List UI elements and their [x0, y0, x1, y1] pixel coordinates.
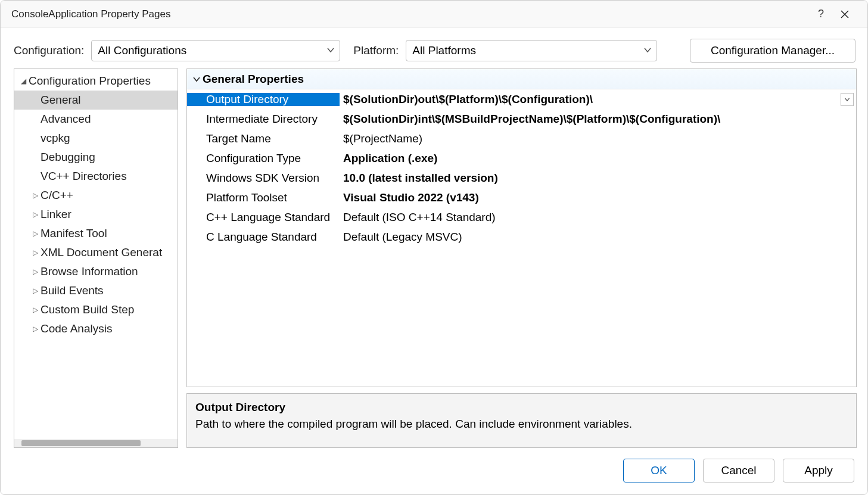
- property-grid: General Properties Output Directory$(Sol…: [186, 69, 857, 387]
- property-row[interactable]: Target Name$(ProjectName): [187, 129, 856, 148]
- chevron-down-icon: [643, 44, 652, 57]
- tree-item[interactable]: ▷C/C++: [14, 186, 178, 205]
- tree-item-label: Build Events: [41, 284, 104, 297]
- main-area: ◢ Configuration Properties GeneralAdvanc…: [1, 69, 867, 448]
- tree-root-configuration-properties[interactable]: ◢ Configuration Properties: [14, 71, 178, 91]
- expand-icon: ▷: [30, 325, 41, 333]
- tree-item[interactable]: ▷Manifest Tool: [14, 224, 178, 243]
- collapse-icon: ◢: [18, 77, 29, 85]
- property-row[interactable]: C++ Language StandardDefault (ISO C++14 …: [187, 207, 856, 227]
- tree-panel: ◢ Configuration Properties GeneralAdvanc…: [14, 69, 178, 448]
- tree-item[interactable]: ▷XML Document Generat: [14, 243, 178, 262]
- platform-label: Platform:: [353, 44, 399, 57]
- property-value[interactable]: Visual Studio 2022 (v143): [340, 191, 856, 204]
- tree-item-label: vcpkg: [41, 132, 70, 145]
- expand-icon: ▷: [30, 306, 41, 314]
- configuration-label: Configuration:: [14, 44, 84, 57]
- platform-combo[interactable]: All Platforms: [406, 40, 657, 61]
- tree-item-label: Linker: [41, 208, 71, 221]
- tree-item[interactable]: Advanced: [14, 110, 178, 129]
- property-value[interactable]: $(SolutionDir)int\$(MSBuildProjectName)\…: [340, 113, 856, 126]
- tree-item-label: Code Analysis: [41, 322, 112, 335]
- property-row[interactable]: Platform ToolsetVisual Studio 2022 (v143…: [187, 188, 856, 207]
- tree-item-label: Advanced: [41, 113, 91, 126]
- tree-item[interactable]: vcpkg: [14, 129, 178, 148]
- tree-item[interactable]: ▷Linker: [14, 205, 178, 224]
- property-dropdown-button[interactable]: [841, 93, 854, 106]
- tree-item[interactable]: VC++ Directories: [14, 167, 178, 186]
- property-name: Target Name: [187, 132, 340, 145]
- tree-item[interactable]: ▷Build Events: [14, 281, 178, 300]
- close-button[interactable]: [833, 2, 857, 26]
- expand-icon: ▷: [30, 229, 41, 238]
- property-value[interactable]: Application (.exe): [340, 152, 856, 165]
- platform-value: All Platforms: [412, 44, 476, 57]
- help-button[interactable]: ?: [809, 2, 833, 26]
- tree-item[interactable]: ▷Browse Information: [14, 262, 178, 281]
- expand-icon: ▷: [30, 210, 41, 219]
- property-name: Configuration Type: [187, 152, 340, 165]
- property-value[interactable]: 10.0 (latest installed version): [340, 172, 856, 185]
- tree-item-label: XML Document Generat: [41, 246, 162, 259]
- property-name: Output Directory: [187, 93, 340, 106]
- tree-item[interactable]: General: [14, 91, 178, 110]
- property-name: C Language Standard: [187, 231, 340, 244]
- titlebar: ConsoleApplication Property Pages ?: [1, 1, 867, 28]
- expand-icon: ▷: [30, 191, 41, 200]
- grid-section-title: General Properties: [203, 73, 304, 86]
- tree-item-label: C/C++: [41, 189, 73, 202]
- property-value[interactable]: Default (Legacy MSVC): [340, 231, 856, 244]
- property-row[interactable]: Configuration TypeApplication (.exe): [187, 148, 856, 168]
- horizontal-scrollbar[interactable]: [14, 439, 178, 447]
- description-panel: Output Directory Path to where the compi…: [186, 393, 857, 448]
- window-title: ConsoleApplication Property Pages: [11, 8, 809, 20]
- property-name: C++ Language Standard: [187, 211, 340, 224]
- cancel-button[interactable]: Cancel: [703, 459, 774, 482]
- tree: ◢ Configuration Properties GeneralAdvanc…: [14, 69, 178, 439]
- scrollbar-thumb[interactable]: [21, 440, 141, 446]
- configuration-value: All Configurations: [98, 44, 186, 57]
- tree-item-label: Configuration Properties: [29, 74, 151, 88]
- chevron-down-icon: [326, 44, 335, 57]
- property-name: Windows SDK Version: [187, 172, 340, 185]
- grid-section-header[interactable]: General Properties: [187, 69, 856, 89]
- tree-item-label: Custom Build Step: [41, 303, 134, 316]
- configuration-combo[interactable]: All Configurations: [91, 40, 340, 61]
- expand-icon: ▷: [30, 267, 41, 276]
- property-row[interactable]: C Language StandardDefault (Legacy MSVC): [187, 227, 856, 247]
- right-column: General Properties Output Directory$(Sol…: [186, 69, 857, 448]
- description-title: Output Directory: [195, 401, 848, 414]
- tree-item[interactable]: ▷Code Analysis: [14, 319, 178, 338]
- chevron-down-icon: [191, 75, 203, 83]
- expand-icon: ▷: [30, 287, 41, 295]
- configuration-manager-button[interactable]: Configuration Manager...: [690, 39, 855, 63]
- apply-button[interactable]: Apply: [783, 459, 854, 482]
- tree-item-label: Manifest Tool: [41, 227, 107, 240]
- property-name: Platform Toolset: [187, 191, 340, 204]
- property-value[interactable]: $(SolutionDir)out\$(Platform)\$(Configur…: [340, 93, 841, 106]
- property-row[interactable]: Output Directory$(SolutionDir)out\$(Plat…: [187, 89, 856, 109]
- tree-item-label: General: [41, 94, 81, 107]
- property-value[interactable]: Default (ISO C++14 Standard): [340, 211, 856, 224]
- tree-item-label: Debugging: [41, 151, 95, 164]
- close-icon: [841, 10, 849, 18]
- ok-button[interactable]: OK: [623, 459, 695, 482]
- property-row[interactable]: Intermediate Directory$(SolutionDir)int\…: [187, 109, 856, 129]
- expand-icon: ▷: [30, 248, 41, 257]
- property-name: Intermediate Directory: [187, 113, 340, 126]
- property-row[interactable]: Windows SDK Version10.0 (latest installe…: [187, 168, 856, 188]
- tree-item-label: Browse Information: [41, 265, 138, 278]
- description-text: Path to where the compiled program will …: [195, 418, 848, 431]
- tree-item-label: VC++ Directories: [41, 170, 127, 183]
- tree-item[interactable]: ▷Custom Build Step: [14, 300, 178, 319]
- dialog-footer: OK Cancel Apply: [1, 448, 867, 494]
- top-controls: Configuration: All Configurations Platfo…: [1, 28, 867, 69]
- tree-item[interactable]: Debugging: [14, 148, 178, 167]
- property-value[interactable]: $(ProjectName): [340, 132, 856, 145]
- chevron-down-icon: [844, 96, 850, 102]
